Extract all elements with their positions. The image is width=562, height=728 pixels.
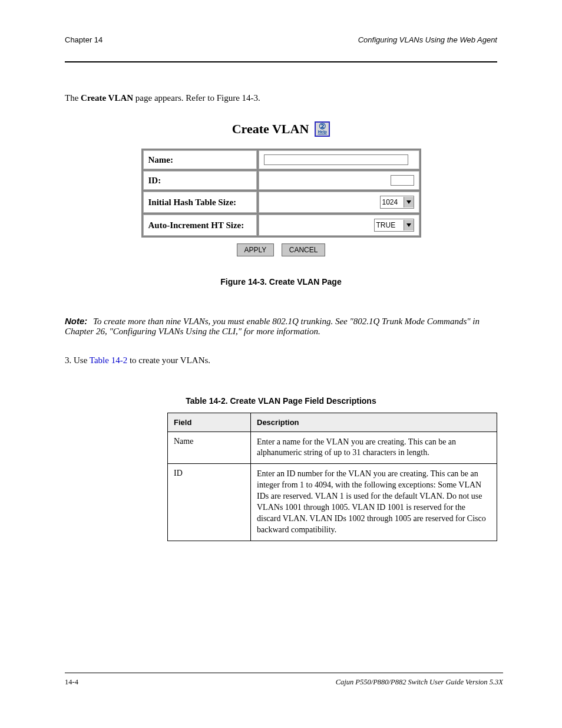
field-description-table: Field Description Name Enter a name for … bbox=[167, 413, 497, 541]
intro-text-2: page appears. Refer to Figure 14-3. bbox=[133, 93, 260, 103]
help-icon[interactable]: ② Help bbox=[315, 121, 330, 137]
footer-divider bbox=[65, 673, 503, 673]
help-icon-label: Help bbox=[318, 129, 327, 134]
cell-desc: Enter a name for the VLAN you are creati… bbox=[251, 431, 497, 464]
cell-field: Name bbox=[168, 431, 251, 464]
col-header-field: Field bbox=[168, 413, 251, 431]
id-label: ID: bbox=[143, 171, 257, 190]
auto-label: Auto-Increment HT Size: bbox=[143, 215, 257, 236]
svg-marker-1 bbox=[406, 223, 411, 227]
header-divider bbox=[65, 61, 497, 62]
hash-select-value: 1024 bbox=[381, 198, 404, 206]
footer-doc-title: Cajun P550/P880/P882 Switch User Guide V… bbox=[336, 678, 503, 687]
help-icon-question: ② bbox=[318, 124, 327, 129]
cell-field: ID bbox=[168, 464, 251, 541]
table-row: ID Enter an ID number for the VLAN you a… bbox=[168, 464, 497, 541]
auto-select-value: TRUE bbox=[375, 221, 404, 229]
page-footer: 14-4 Cajun P550/P880/P882 Switch User Gu… bbox=[65, 673, 503, 687]
auto-select[interactable]: TRUE bbox=[374, 219, 414, 232]
chevron-down-icon bbox=[404, 220, 414, 230]
header-chapter: Chapter 14 bbox=[65, 35, 103, 44]
intro-bold: Create VLAN bbox=[81, 93, 133, 103]
note-body: To create more than nine VLANs, you must… bbox=[65, 317, 480, 336]
header-section-title: Configuring VLANs Using the Web Agent bbox=[358, 35, 497, 44]
name-label: Name: bbox=[143, 150, 257, 169]
svg-marker-0 bbox=[406, 200, 411, 204]
page-header: Chapter 14 Configuring VLANs Using the W… bbox=[65, 0, 497, 57]
apply-button[interactable]: APPLY bbox=[237, 243, 275, 256]
create-vlan-form: Name: ID: Initial Hash Table Size: 1024 bbox=[141, 149, 421, 238]
figure-title: Create VLAN bbox=[232, 121, 309, 137]
action-text-1: 3. Use bbox=[65, 355, 90, 365]
cell-desc: Enter an ID number for the VLAN you are … bbox=[251, 464, 497, 541]
cancel-button[interactable]: CANCEL bbox=[282, 243, 326, 256]
page-number: 14-4 bbox=[65, 678, 78, 687]
intro-text-1: The bbox=[65, 93, 81, 103]
table-link[interactable]: Table 14-2 bbox=[90, 355, 127, 365]
col-header-desc: Description bbox=[251, 413, 497, 431]
action-text-2: to create your VLANs. bbox=[127, 355, 210, 365]
name-input[interactable] bbox=[264, 154, 408, 165]
action-paragraph: 3. Use Table 14-2 to create your VLANs. bbox=[65, 354, 497, 366]
intro-paragraph: The Create VLAN page appears. Refer to F… bbox=[65, 92, 497, 104]
hash-select[interactable]: 1024 bbox=[380, 196, 414, 209]
table-row: Name Enter a name for the VLAN you are c… bbox=[168, 431, 497, 464]
note-block: Note: To create more than nine VLANs, yo… bbox=[65, 316, 497, 337]
doc-table-caption: Table 14-2. Create VLAN Page Field Descr… bbox=[65, 396, 497, 406]
figure-create-vlan: Create VLAN ② Help Name: ID: bbox=[65, 121, 497, 286]
note-label: Note: bbox=[65, 316, 87, 326]
id-input[interactable] bbox=[391, 175, 414, 186]
hash-label: Initial Hash Table Size: bbox=[143, 192, 257, 213]
chevron-down-icon bbox=[404, 197, 414, 207]
figure-caption: Figure 14-3. Create VLAN Page bbox=[65, 277, 497, 286]
